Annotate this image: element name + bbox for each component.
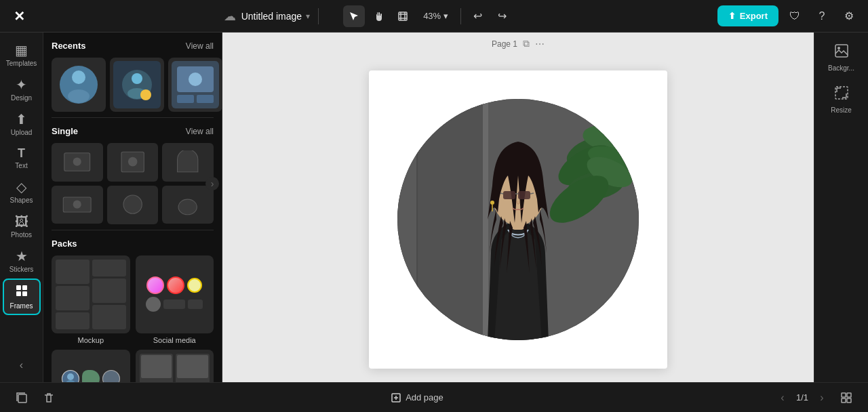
recent-thumb-2[interactable]: [110, 58, 164, 112]
sidebar-item-photos-label: Photos: [11, 231, 32, 239]
export-button[interactable]: ⬆ Export: [717, 5, 778, 26]
select-tool-button[interactable]: [343, 5, 365, 27]
zoom-button[interactable]: 43% ▾: [416, 5, 455, 27]
single-next-icon[interactable]: ›: [205, 177, 219, 190]
bottombar: Add page ‹ 1/1 ›: [0, 382, 868, 412]
resize-label: Resize: [831, 106, 852, 114]
svg-point-6: [72, 70, 85, 84]
undo-button[interactable]: ↩: [467, 5, 488, 27]
page-more-icon[interactable]: ⋯: [535, 39, 545, 49]
settings-button[interactable]: ⚙: [838, 5, 860, 27]
svg-rect-0: [399, 12, 407, 20]
frame-tool-button[interactable]: [392, 5, 414, 27]
pack-social-name: Social media: [136, 336, 214, 344]
design-icon: ✦: [16, 78, 27, 91]
svg-point-19: [73, 158, 81, 166]
logo-icon[interactable]: ✕: [8, 5, 30, 27]
pack-item-mockup[interactable]: Mockup: [52, 255, 130, 345]
frame-thumb-6[interactable]: [162, 186, 214, 224]
templates-icon: ▦: [15, 43, 28, 57]
pack-mockup-name: Mockup: [52, 336, 130, 344]
sidebar-item-photos[interactable]: 🖼 Photos: [3, 209, 41, 244]
zoom-value: 43%: [423, 11, 441, 21]
sidebar-icons: ▦ Templates ✦ Design ⬆ Upload T Text ◇ S…: [0, 33, 43, 382]
page-label: Page 1: [492, 39, 517, 49]
hand-tool-button[interactable]: [368, 5, 389, 27]
pack-item-social-media[interactable]: Social media: [136, 255, 214, 345]
recent-thumb-1[interactable]: [52, 58, 106, 112]
sidebar-item-frames[interactable]: Frames: [3, 279, 41, 315]
packs-section: Packs: [43, 230, 222, 383]
svg-point-17: [189, 73, 202, 86]
help-button[interactable]: ?: [811, 5, 833, 27]
packs-bottom-row: Irregular shape: [52, 350, 214, 382]
sidebar-item-stickers-label: Stickers: [9, 266, 34, 273]
bottom-left: [11, 387, 60, 409]
topbar: ✕ ☁ Untitled image ▾ 43% ▾ ↩ ↪: [0, 0, 868, 33]
right-panel-background[interactable]: Backgr...: [817, 38, 866, 77]
frames-icon: [15, 284, 28, 300]
sidebar-item-templates-label: Templates: [6, 60, 37, 67]
bottom-right: ‹ 1/1 ›: [774, 387, 857, 409]
recent-thumb-3[interactable]: [168, 58, 222, 112]
svg-point-7: [68, 89, 90, 103]
sidebar-item-shapes[interactable]: ◇ Shapes: [3, 175, 41, 209]
right-panel-resize[interactable]: Resize: [817, 80, 866, 119]
resize-icon: [834, 85, 849, 104]
upload-icon: ⬆: [16, 112, 27, 126]
svg-rect-1: [16, 285, 21, 290]
single-title: Single: [52, 126, 78, 136]
pack-item-polaroids[interactable]: Polaroids and photo f...: [136, 350, 214, 382]
page-prev-button[interactable]: ‹: [774, 390, 791, 406]
svg-rect-45: [503, 191, 515, 199]
panel: Recents View all: [43, 33, 222, 382]
frame-duplicate-button[interactable]: [11, 387, 33, 409]
sidebar-collapse-button[interactable]: ‹: [14, 354, 28, 377]
svg-line-48: [500, 193, 503, 194]
redo-button[interactable]: ↪: [491, 5, 513, 27]
canvas-content: [389, 74, 647, 365]
svg-line-49: [530, 193, 534, 194]
frame-thumb-1[interactable]: [52, 143, 103, 182]
canvas-area[interactable]: Page 1 ⧉ ⋯: [222, 33, 814, 382]
sidebar-item-text[interactable]: T Text: [3, 142, 41, 175]
shield-button[interactable]: 🛡: [784, 5, 806, 27]
packs-top-row: Mockup: [52, 255, 214, 345]
grid-view-button[interactable]: [835, 387, 857, 409]
right-panel: Backgr... Resize: [814, 33, 868, 382]
svg-point-12: [140, 89, 151, 100]
frame-thumb-4[interactable]: [52, 186, 103, 224]
svg-point-27: [67, 373, 74, 380]
photos-icon: 🖼: [15, 215, 28, 228]
svg-rect-34: [418, 99, 483, 340]
topbar-title[interactable]: Untitled image ▾: [241, 11, 311, 22]
page-counter: 1/1: [796, 392, 808, 403]
add-page-button[interactable]: Add page: [385, 390, 449, 406]
frame-thumb-2[interactable]: [107, 143, 159, 182]
export-label: Export: [740, 11, 768, 21]
sidebar-item-templates[interactable]: ▦ Templates: [3, 38, 41, 73]
svg-rect-60: [842, 398, 846, 403]
svg-rect-4: [22, 291, 27, 296]
sidebar-item-upload[interactable]: ⬆ Upload: [3, 107, 41, 142]
title-chevron-icon: ▾: [306, 12, 310, 21]
sidebar-item-design[interactable]: ✦ Design: [3, 73, 41, 107]
sidebar-item-shapes-label: Shapes: [10, 197, 33, 204]
sidebar-item-stickers[interactable]: ★ Stickers: [3, 244, 41, 279]
page-next-button[interactable]: ›: [814, 390, 830, 406]
svg-point-23: [73, 201, 81, 209]
frame-thumb-3[interactable]: [162, 143, 214, 182]
recents-view-all[interactable]: View all: [186, 41, 214, 51]
canvas-image[interactable]: [396, 98, 640, 342]
page-copy-icon[interactable]: ⧉: [523, 38, 530, 49]
svg-rect-15: [177, 95, 194, 103]
toolbar-tools: 43% ▾ ↩ ↪: [343, 5, 513, 27]
canvas-page[interactable]: [369, 70, 667, 369]
pack-item-irregular[interactable]: Irregular shape: [52, 350, 130, 382]
sidebar-item-design-label: Design: [11, 94, 32, 102]
single-view-all[interactable]: View all: [186, 127, 214, 136]
single-section: Single View all: [43, 118, 222, 230]
frame-thumb-5[interactable]: [107, 186, 159, 224]
document-title: Untitled image: [241, 11, 302, 22]
delete-button[interactable]: [38, 387, 60, 409]
